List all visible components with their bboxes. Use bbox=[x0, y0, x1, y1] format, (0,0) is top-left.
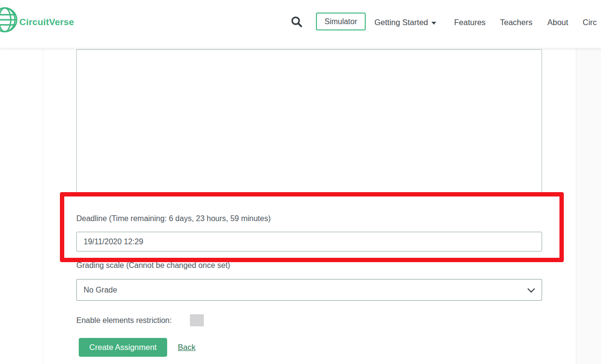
nav-features[interactable]: Features bbox=[454, 17, 486, 28]
site-header: CircuitVerse Simulator Getting Started F… bbox=[0, 0, 601, 48]
nav-getting-started[interactable]: Getting Started bbox=[374, 17, 436, 28]
grading-scale-select-wrap: No Grade bbox=[76, 279, 542, 301]
description-editor[interactable] bbox=[76, 49, 542, 194]
nav-simulator-label: Simulator bbox=[325, 17, 358, 26]
deadline-input[interactable] bbox=[76, 232, 542, 252]
caret-down-icon bbox=[431, 22, 436, 25]
elements-restriction-label: Enable elements restriction: bbox=[76, 316, 172, 325]
create-assignment-button[interactable]: Create Assignment bbox=[79, 338, 167, 357]
nav-features-label: Features bbox=[454, 18, 486, 27]
circuitverse-globe-logo-icon[interactable] bbox=[0, 6, 18, 35]
nav-teachers[interactable]: Teachers bbox=[500, 17, 532, 28]
nav-simulator-button[interactable]: Simulator bbox=[316, 13, 366, 30]
page-gutter-left bbox=[0, 48, 43, 364]
annotation-highlight-box bbox=[60, 192, 564, 262]
nav-about[interactable]: About bbox=[547, 17, 568, 28]
brand-name[interactable]: CircuitVerse bbox=[19, 17, 74, 28]
nav-about-label: About bbox=[547, 18, 568, 27]
back-link[interactable]: Back bbox=[178, 343, 196, 352]
grading-scale-select[interactable]: No Grade bbox=[76, 279, 542, 301]
deadline-label: Deadline (Time remaining: 6 days, 23 hou… bbox=[76, 214, 271, 223]
grading-scale-label: Grading scale (Cannot be changed once se… bbox=[76, 261, 230, 270]
assignment-form-page: CircuitVerse Simulator Getting Started F… bbox=[0, 0, 601, 364]
nav-circ-label: Circ bbox=[583, 18, 597, 27]
nav-getting-started-label: Getting Started bbox=[374, 18, 428, 27]
nav-circ-truncated[interactable]: Circ bbox=[583, 17, 597, 28]
elements-restriction-checkbox[interactable] bbox=[190, 314, 204, 326]
page-gutter-right bbox=[576, 48, 601, 364]
search-icon[interactable] bbox=[290, 15, 303, 28]
nav-teachers-label: Teachers bbox=[500, 18, 532, 27]
